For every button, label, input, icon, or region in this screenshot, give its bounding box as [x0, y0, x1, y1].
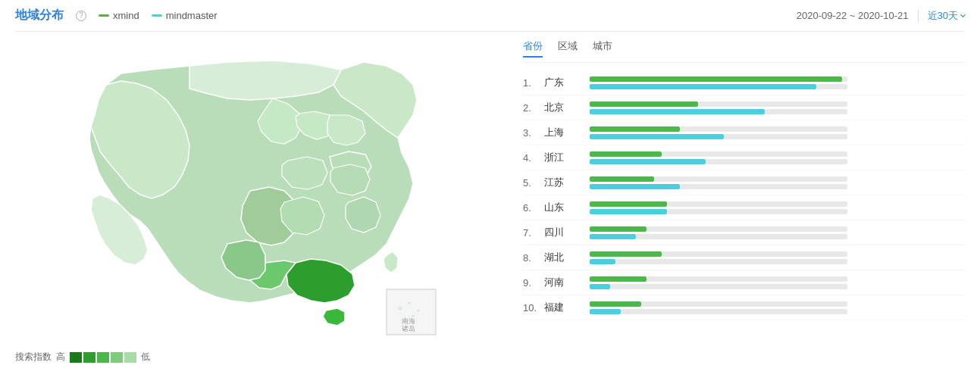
period-selector[interactable]: 近30天: [928, 9, 965, 23]
tab-province[interactable]: 省份: [523, 39, 543, 58]
table-row: 8.湖北: [523, 245, 965, 270]
vertical-divider: [918, 10, 919, 22]
bars-container: [590, 76, 965, 89]
map-area: 南海 诸岛 搜索指数 高 低: [15, 39, 500, 363]
svg-point-5: [412, 315, 415, 317]
legend-mindmaster: mindmaster: [152, 10, 218, 21]
svg-point-3: [408, 302, 411, 304]
legend-box-3: [97, 352, 109, 363]
rank-number: 7.: [523, 227, 544, 239]
mindmaster-bar: [590, 309, 621, 314]
xmind-bar-bg: [647, 276, 847, 282]
table-row: 5.江苏: [523, 170, 965, 195]
rank-number: 9.: [523, 277, 544, 289]
rank-list: 1.广东2.北京3.上海4.浙江5.江苏6.山东7.四川8.湖北9.河南10.福…: [523, 70, 965, 320]
xmind-bar: [590, 151, 662, 157]
mindmaster-bar: [590, 109, 765, 114]
xmind-bar-bg: [680, 126, 847, 132]
xmind-bar-wrap: [590, 226, 965, 232]
xmind-bar-bg: [654, 176, 847, 182]
tabs-container: 省份 区域 城市: [523, 39, 965, 63]
rank-number: 4.: [523, 152, 544, 164]
xmind-bar: [590, 101, 698, 107]
bars-container: [590, 201, 965, 214]
mindmaster-bar-bg: [816, 84, 847, 89]
rank-number: 3.: [523, 127, 544, 139]
rank-name: 上海: [544, 126, 590, 139]
xmind-bar-bg: [842, 76, 847, 82]
table-row: 6.山东: [523, 195, 965, 220]
bars-container: [590, 151, 965, 164]
mindmaster-bar: [590, 259, 615, 264]
table-row: 9.河南: [523, 270, 965, 295]
mindmaster-bar: [590, 234, 636, 239]
xmind-bar-bg: [662, 151, 847, 157]
svg-point-4: [417, 310, 420, 312]
table-row: 7.四川: [523, 220, 965, 245]
legend-box-2: [83, 352, 95, 363]
mindmaster-bar-wrap: [590, 234, 965, 239]
xmind-bar-bg: [641, 301, 847, 307]
xmind-color-indicator: [99, 14, 109, 17]
xmind-bar-wrap: [590, 76, 965, 82]
xmind-bar-bg: [647, 226, 847, 232]
legend-box-1: [70, 352, 82, 363]
mindmaster-bar-wrap: [590, 184, 965, 189]
legend-high: 高: [56, 351, 65, 363]
xmind-bar-wrap: [590, 176, 965, 182]
xmind-bar: [590, 76, 842, 82]
map-legend: 搜索指数 高 低: [15, 351, 500, 363]
mindmaster-bar-wrap: [590, 84, 965, 89]
mindmaster-bar: [590, 159, 706, 164]
mindmaster-bar-wrap: [590, 284, 965, 289]
help-icon[interactable]: ?: [76, 11, 86, 21]
mindmaster-bar-wrap: [590, 159, 965, 164]
xmind-bar: [590, 251, 662, 257]
table-row: 3.上海: [523, 120, 965, 145]
rank-name: 河南: [544, 276, 590, 289]
page-title: 地域分布: [15, 8, 64, 23]
legend-label-text: 搜索指数: [15, 351, 52, 363]
mindmaster-bar-bg: [765, 109, 847, 114]
rank-name: 湖北: [544, 251, 590, 264]
date-range: 2020-09-22 ~ 2020-10-21: [797, 10, 909, 21]
table-row: 4.浙江: [523, 145, 965, 170]
mindmaster-bar-wrap: [590, 209, 965, 214]
xmind-bar-wrap: [590, 301, 965, 307]
page-header: 地域分布 ? xmind mindmaster 2020-09-22 ~ 202…: [15, 8, 965, 32]
rank-number: 5.: [523, 177, 544, 189]
mindmaster-color-indicator: [152, 14, 162, 17]
nanhai-label2: 诸岛: [402, 325, 415, 332]
header-left: 地域分布 ? xmind mindmaster: [15, 8, 218, 23]
rank-name: 山东: [544, 201, 590, 214]
mindmaster-bar-bg: [610, 284, 847, 289]
xmind-bar: [590, 301, 641, 307]
bars-container: [590, 301, 965, 314]
header-right: 2020-09-22 ~ 2020-10-21 近30天: [797, 9, 965, 23]
table-row: 1.广东: [523, 70, 965, 95]
mindmaster-bar: [590, 209, 667, 214]
mindmaster-bar-wrap: [590, 109, 965, 114]
legend-low: 低: [141, 351, 150, 363]
bars-container: [590, 251, 965, 264]
table-row: 10.福建: [523, 295, 965, 320]
bars-container: [590, 226, 965, 239]
right-panel: 省份 区域 城市 1.广东2.北京3.上海4.浙江5.江苏6.山东7.四川8.湖…: [515, 39, 965, 363]
xmind-bar: [590, 126, 680, 132]
mindmaster-bar-bg: [615, 259, 847, 264]
chevron-down-icon: [960, 12, 966, 17]
tab-city[interactable]: 城市: [593, 39, 612, 58]
rank-number: 2.: [523, 102, 544, 114]
mindmaster-bar-wrap: [590, 134, 965, 139]
xmind-bar-wrap: [590, 276, 965, 282]
table-row: 2.北京: [523, 95, 965, 120]
xmind-bar: [590, 176, 654, 182]
xmind-bar-wrap: [590, 201, 965, 207]
bars-container: [590, 101, 965, 114]
period-label: 近30天: [928, 9, 958, 23]
legend-xmind: xmind: [99, 10, 139, 21]
bars-container: [590, 276, 965, 289]
xmind-bar-wrap: [590, 101, 965, 107]
mindmaster-bar-bg: [621, 309, 847, 314]
tab-region[interactable]: 区域: [558, 39, 578, 58]
